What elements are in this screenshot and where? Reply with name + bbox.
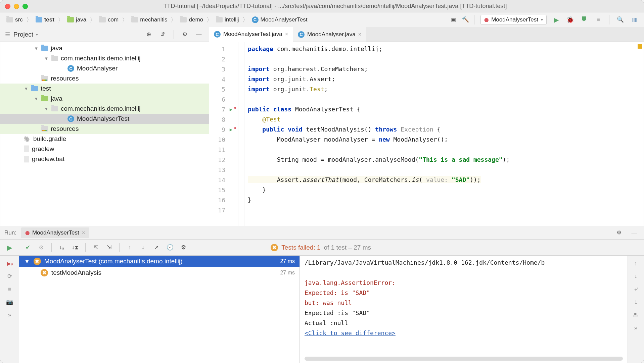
rerun-button[interactable]: ▶	[7, 244, 12, 252]
stop-icon[interactable]: ■	[8, 286, 11, 293]
test-status: ✖ Tests failed: 1 of 1 test – 27 ms	[266, 241, 376, 254]
folder-icon	[31, 86, 38, 91]
locate-icon[interactable]: ⊕	[143, 29, 154, 40]
down-icon[interactable]: ↓	[634, 273, 637, 280]
history-icon[interactable]: 🕘	[165, 242, 175, 253]
editor-gutter[interactable]: 1 2 3 4 5 6 7▶ 8 9▶ 10 11 12 13 14 15 16…	[209, 42, 238, 226]
dump-threads-icon[interactable]: 📷	[6, 299, 13, 306]
divider	[174, 30, 174, 39]
run-button[interactable]: ▶	[551, 14, 561, 25]
tree-node-java-main[interactable]: ▼java	[0, 43, 209, 53]
tree-node-test[interactable]: ▼test	[0, 84, 209, 94]
scroll-to-end-icon[interactable]: ⤓	[634, 299, 638, 306]
sort-by-duration-icon[interactable]: ↓⧗	[70, 242, 81, 253]
code-editor[interactable]: package com.mechanitis.demo.intellij; im…	[244, 42, 644, 226]
close-icon[interactable]: ×	[82, 229, 85, 236]
expand-all-icon[interactable]: ⇱	[90, 242, 101, 253]
breadcrumb-mechanitis[interactable]: mechanitis	[129, 15, 169, 24]
tab-moodanalysertest[interactable]: C MoodAnalyserTest.java ×	[209, 27, 293, 42]
close-window-button[interactable]	[5, 4, 10, 9]
chevron-right-icon: 〉	[89, 16, 96, 24]
soft-wrap-icon[interactable]: ⤶	[634, 286, 638, 293]
stop-button[interactable]: ■	[593, 14, 604, 25]
fold-column[interactable]	[238, 42, 244, 226]
hide-icon[interactable]: —	[629, 227, 640, 238]
run-configuration-selector[interactable]: ⬤ MoodAnalyserTest ▾	[480, 15, 547, 25]
tree-node-package-main[interactable]: ▼com.mechanitis.demo.intellij	[0, 53, 209, 63]
zoom-window-button[interactable]	[22, 4, 28, 9]
project-tree[interactable]: ▼java ▼com.mechanitis.demo.intellij CMoo…	[0, 42, 209, 226]
test-console[interactable]: /Library/Java/JavaVirtualMachines/jdk1.8…	[300, 256, 628, 363]
run-gutter-icon[interactable]: ▶	[227, 107, 235, 112]
export-icon[interactable]: ↗	[151, 242, 162, 253]
run-tab[interactable]: ⬤ MoodAnalyserTest ×	[21, 227, 89, 238]
hide-icon[interactable]: —	[193, 29, 204, 40]
run-gutter-icon[interactable]: ▶	[227, 127, 235, 132]
test-tree-root[interactable]: ▼ ✖ MoodAnalyserTest (com.mechanitis.dem…	[19, 256, 300, 267]
rerun-failed-icon[interactable]: ⟳	[7, 273, 12, 280]
more-icon[interactable]: »	[634, 325, 637, 331]
breadcrumb-src[interactable]: src	[4, 15, 25, 24]
tree-node-resources-main[interactable]: resources	[0, 73, 209, 84]
class-icon: C	[214, 31, 221, 38]
more-icon[interactable]: »	[8, 312, 11, 318]
editor-tabs: C MoodAnalyserTest.java × C MoodAnalyser…	[209, 27, 644, 42]
tab-moodanalyser[interactable]: C MoodAnalyser.java ×	[293, 27, 366, 42]
test-tree[interactable]: ▼ ✖ MoodAnalyserTest (com.mechanitis.dem…	[19, 256, 300, 363]
tree-node-java-test[interactable]: ▼java	[0, 94, 209, 104]
previous-failed-icon[interactable]: ↑	[124, 242, 135, 253]
navigate-back-icon[interactable]: ▣	[448, 14, 459, 25]
see-difference-link[interactable]: <Click to see difference>	[305, 329, 396, 336]
coverage-button[interactable]: ⛊	[579, 14, 590, 25]
breadcrumb-com[interactable]: com	[97, 15, 121, 24]
console-line: /Library/Java/JavaVirtualMachines/jdk1.8…	[305, 258, 623, 268]
horizontal-scrollbar[interactable]	[305, 357, 623, 361]
tree-node-gradlew-bat[interactable]: gradlew.bat	[0, 154, 209, 164]
tree-node-moodanalysertest[interactable]: CMoodAnalyserTest	[0, 114, 209, 124]
close-icon[interactable]: ×	[285, 31, 288, 37]
project-header: ☰ Project ▾ ⊕ ⇵ ⚙ —	[0, 27, 209, 42]
project-title[interactable]: Project	[13, 31, 33, 38]
tree-node-gradlew[interactable]: gradlew	[0, 144, 209, 154]
breadcrumb-intellij[interactable]: intellij	[214, 15, 241, 24]
collapse-all-icon[interactable]: ⇲	[104, 242, 114, 253]
project-structure-icon[interactable]: ▥	[629, 14, 640, 25]
error-stripe-marker[interactable]	[638, 44, 642, 49]
close-icon[interactable]: ×	[358, 32, 361, 38]
gear-icon[interactable]: ⚙	[179, 29, 190, 40]
minimize-window-button[interactable]	[14, 4, 19, 9]
next-failed-icon[interactable]: ↓	[138, 242, 148, 253]
tree-node-build-gradle[interactable]: 🐘build.gradle	[0, 134, 209, 144]
gear-icon[interactable]: ⚙	[178, 242, 189, 253]
divider	[51, 243, 52, 252]
breadcrumb-test[interactable]: test	[34, 15, 56, 24]
editor-body[interactable]: 1 2 3 4 5 6 7▶ 8 9▶ 10 11 12 13 14 15 16…	[209, 42, 644, 226]
sort-alphabetically-icon[interactable]: ↓ₐ	[56, 242, 67, 253]
test-tree-item[interactable]: ✖ testMoodAnalysis 27 ms	[19, 267, 300, 278]
file-icon	[24, 146, 29, 152]
divider	[85, 243, 86, 252]
run-label: Run:	[4, 229, 16, 236]
chevron-right-icon: 〉	[242, 16, 249, 24]
tree-node-resources-test[interactable]: resources	[0, 124, 209, 134]
tree-node-package-test[interactable]: ▼com.mechanitis.demo.intellij	[0, 104, 209, 114]
build-icon[interactable]: 🔨	[460, 14, 471, 25]
run-toolbar: ▶ ✔ ⊘ ↓ₐ ↓⧗ ⇱ ⇲ ↑ ↓ ↗ 🕘 ⚙ ✖ Tests failed…	[0, 240, 644, 256]
tree-node-moodanalyser[interactable]: CMoodAnalyser	[0, 63, 209, 73]
up-icon[interactable]: ↑	[634, 260, 637, 267]
show-ignored-icon[interactable]: ⊘	[36, 242, 47, 253]
breadcrumb-file[interactable]: CMoodAnalyserTest	[250, 15, 310, 24]
print-icon[interactable]: 🖶	[633, 312, 639, 319]
breadcrumb-demo[interactable]: demo	[178, 15, 205, 24]
show-passed-icon[interactable]: ✔	[22, 242, 33, 253]
toggle-auto-test-icon[interactable]: ▶₉	[7, 260, 13, 267]
fail-icon: ✖	[34, 258, 41, 265]
folder-icon	[180, 17, 187, 22]
search-icon[interactable]: 🔍	[615, 14, 626, 25]
console-line: but: was null	[305, 298, 623, 308]
breadcrumb-java[interactable]: java	[65, 15, 88, 24]
chevron-down-icon[interactable]: ▾	[36, 32, 38, 37]
expand-all-icon[interactable]: ⇵	[157, 29, 168, 40]
debug-button[interactable]: 🐞	[565, 14, 576, 25]
gear-icon[interactable]: ⚙	[613, 227, 624, 238]
